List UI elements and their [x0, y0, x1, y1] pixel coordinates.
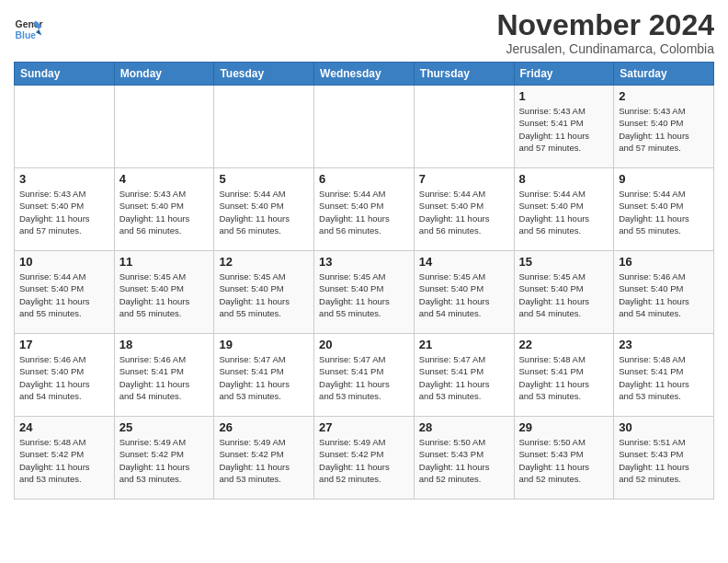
day-info: Sunrise: 5:50 AM Sunset: 5:43 PM Dayligh… — [519, 436, 609, 485]
day-number: 5 — [219, 172, 309, 186]
calendar-cell: 15Sunrise: 5:45 AM Sunset: 5:40 PM Dayli… — [514, 251, 614, 334]
day-number: 20 — [319, 338, 409, 351]
day-info: Sunrise: 5:45 AM Sunset: 5:40 PM Dayligh… — [119, 270, 210, 319]
calendar-cell: 18Sunrise: 5:46 AM Sunset: 5:41 PM Dayli… — [114, 334, 214, 417]
calendar-cell: 27Sunrise: 5:49 AM Sunset: 5:42 PM Dayli… — [314, 417, 415, 500]
day-number: 18 — [119, 338, 210, 351]
day-info: Sunrise: 5:48 AM Sunset: 5:41 PM Dayligh… — [519, 353, 609, 402]
day-info: Sunrise: 5:46 AM Sunset: 5:40 PM Dayligh… — [619, 270, 709, 319]
day-info: Sunrise: 5:43 AM Sunset: 5:40 PM Dayligh… — [619, 105, 709, 154]
day-number: 29 — [519, 420, 609, 434]
calendar-cell: 5Sunrise: 5:44 AM Sunset: 5:40 PM Daylig… — [214, 168, 314, 251]
day-info: Sunrise: 5:44 AM Sunset: 5:40 PM Dayligh… — [419, 188, 509, 236]
calendar-cell: 2Sunrise: 5:43 AM Sunset: 5:40 PM Daylig… — [614, 86, 714, 168]
calendar-cell: 26Sunrise: 5:49 AM Sunset: 5:42 PM Dayli… — [214, 417, 314, 500]
calendar-cell: 11Sunrise: 5:45 AM Sunset: 5:40 PM Dayli… — [114, 251, 214, 334]
header-day-wednesday: Wednesday — [314, 63, 415, 86]
day-number: 14 — [419, 255, 509, 269]
day-info: Sunrise: 5:44 AM Sunset: 5:40 PM Dayligh… — [619, 188, 709, 236]
header-day-tuesday: Tuesday — [214, 63, 314, 86]
week-row-3: 10Sunrise: 5:44 AM Sunset: 5:40 PM Dayli… — [15, 251, 714, 334]
week-row-5: 24Sunrise: 5:48 AM Sunset: 5:42 PM Dayli… — [15, 417, 714, 500]
day-number: 23 — [619, 338, 709, 351]
day-number: 9 — [619, 172, 709, 186]
day-number: 13 — [319, 255, 409, 269]
day-number: 8 — [519, 172, 609, 186]
day-info: Sunrise: 5:43 AM Sunset: 5:41 PM Dayligh… — [519, 105, 609, 154]
calendar-cell: 7Sunrise: 5:44 AM Sunset: 5:40 PM Daylig… — [414, 168, 514, 251]
day-info: Sunrise: 5:48 AM Sunset: 5:41 PM Dayligh… — [619, 353, 709, 402]
week-row-1: 1Sunrise: 5:43 AM Sunset: 5:41 PM Daylig… — [15, 86, 714, 168]
calendar-cell: 23Sunrise: 5:48 AM Sunset: 5:41 PM Dayli… — [614, 334, 714, 417]
day-number: 6 — [319, 172, 409, 186]
day-number: 24 — [19, 420, 109, 434]
day-info: Sunrise: 5:48 AM Sunset: 5:42 PM Dayligh… — [19, 436, 109, 485]
calendar-cell: 25Sunrise: 5:49 AM Sunset: 5:42 PM Dayli… — [114, 417, 214, 500]
logo-icon: General Blue — [14, 15, 43, 44]
week-row-2: 3Sunrise: 5:43 AM Sunset: 5:40 PM Daylig… — [15, 168, 714, 251]
calendar-cell: 10Sunrise: 5:44 AM Sunset: 5:40 PM Dayli… — [15, 251, 115, 334]
day-info: Sunrise: 5:50 AM Sunset: 5:43 PM Dayligh… — [419, 436, 509, 485]
calendar-header: SundayMondayTuesdayWednesdayThursdayFrid… — [15, 63, 714, 86]
calendar-cell: 17Sunrise: 5:46 AM Sunset: 5:40 PM Dayli… — [15, 334, 115, 417]
day-number: 12 — [219, 255, 309, 269]
day-info: Sunrise: 5:49 AM Sunset: 5:42 PM Dayligh… — [119, 436, 210, 485]
header-day-monday: Monday — [114, 63, 214, 86]
svg-text:Blue: Blue — [16, 30, 37, 40]
calendar-cell — [314, 86, 415, 168]
day-info: Sunrise: 5:45 AM Sunset: 5:40 PM Dayligh… — [419, 270, 509, 319]
day-number: 11 — [119, 255, 210, 269]
day-info: Sunrise: 5:44 AM Sunset: 5:40 PM Dayligh… — [319, 188, 409, 236]
page-header: General Blue November 2024 Jerusalen, Cu… — [14, 9, 714, 56]
calendar-table: SundayMondayTuesdayWednesdayThursdayFrid… — [14, 62, 714, 500]
day-number: 30 — [619, 420, 709, 434]
day-info: Sunrise: 5:44 AM Sunset: 5:40 PM Dayligh… — [519, 188, 609, 236]
calendar-cell: 29Sunrise: 5:50 AM Sunset: 5:43 PM Dayli… — [514, 417, 614, 500]
calendar-cell: 28Sunrise: 5:50 AM Sunset: 5:43 PM Dayli… — [414, 417, 514, 500]
calendar-cell — [214, 86, 314, 168]
calendar-cell: 13Sunrise: 5:45 AM Sunset: 5:40 PM Dayli… — [314, 251, 415, 334]
calendar-cell: 9Sunrise: 5:44 AM Sunset: 5:40 PM Daylig… — [614, 168, 714, 251]
calendar-cell: 16Sunrise: 5:46 AM Sunset: 5:40 PM Dayli… — [614, 251, 714, 334]
calendar-cell: 21Sunrise: 5:47 AM Sunset: 5:41 PM Dayli… — [414, 334, 514, 417]
location-subtitle: Jerusalen, Cundinamarca, Colombia — [496, 41, 714, 56]
calendar-cell: 22Sunrise: 5:48 AM Sunset: 5:41 PM Dayli… — [514, 334, 614, 417]
day-info: Sunrise: 5:46 AM Sunset: 5:40 PM Dayligh… — [19, 353, 109, 402]
calendar-cell: 24Sunrise: 5:48 AM Sunset: 5:42 PM Dayli… — [15, 417, 115, 500]
calendar-cell — [15, 86, 115, 168]
day-info: Sunrise: 5:43 AM Sunset: 5:40 PM Dayligh… — [119, 188, 210, 236]
day-info: Sunrise: 5:45 AM Sunset: 5:40 PM Dayligh… — [319, 270, 409, 319]
svg-marker-3 — [36, 29, 41, 35]
day-number: 16 — [619, 255, 709, 269]
day-number: 2 — [619, 89, 709, 103]
month-title: November 2024 — [496, 9, 714, 41]
day-info: Sunrise: 5:47 AM Sunset: 5:41 PM Dayligh… — [319, 353, 409, 402]
calendar-cell: 1Sunrise: 5:43 AM Sunset: 5:41 PM Daylig… — [514, 86, 614, 168]
day-info: Sunrise: 5:45 AM Sunset: 5:40 PM Dayligh… — [519, 270, 609, 319]
day-number: 4 — [119, 172, 210, 186]
day-number: 25 — [119, 420, 210, 434]
day-number: 15 — [519, 255, 609, 269]
day-info: Sunrise: 5:49 AM Sunset: 5:42 PM Dayligh… — [319, 436, 409, 485]
header-day-sunday: Sunday — [15, 63, 115, 86]
calendar-cell: 19Sunrise: 5:47 AM Sunset: 5:41 PM Dayli… — [214, 334, 314, 417]
day-info: Sunrise: 5:45 AM Sunset: 5:40 PM Dayligh… — [219, 270, 309, 319]
day-info: Sunrise: 5:46 AM Sunset: 5:41 PM Dayligh… — [119, 353, 210, 402]
calendar-cell: 12Sunrise: 5:45 AM Sunset: 5:40 PM Dayli… — [214, 251, 314, 334]
day-number: 1 — [519, 89, 609, 103]
calendar-cell: 4Sunrise: 5:43 AM Sunset: 5:40 PM Daylig… — [114, 168, 214, 251]
day-number: 22 — [519, 338, 609, 351]
day-info: Sunrise: 5:44 AM Sunset: 5:40 PM Dayligh… — [219, 188, 309, 236]
calendar-cell — [114, 86, 214, 168]
day-number: 27 — [319, 420, 409, 434]
day-number: 19 — [219, 338, 309, 351]
calendar-cell: 20Sunrise: 5:47 AM Sunset: 5:41 PM Dayli… — [314, 334, 415, 417]
title-block: November 2024 Jerusalen, Cundinamarca, C… — [496, 9, 714, 56]
header-day-thursday: Thursday — [414, 63, 514, 86]
header-day-saturday: Saturday — [614, 63, 714, 86]
day-number: 3 — [19, 172, 109, 186]
calendar-cell: 14Sunrise: 5:45 AM Sunset: 5:40 PM Dayli… — [414, 251, 514, 334]
calendar-body: 1Sunrise: 5:43 AM Sunset: 5:41 PM Daylig… — [15, 86, 714, 500]
day-info: Sunrise: 5:43 AM Sunset: 5:40 PM Dayligh… — [19, 188, 109, 236]
day-info: Sunrise: 5:47 AM Sunset: 5:41 PM Dayligh… — [219, 353, 309, 402]
